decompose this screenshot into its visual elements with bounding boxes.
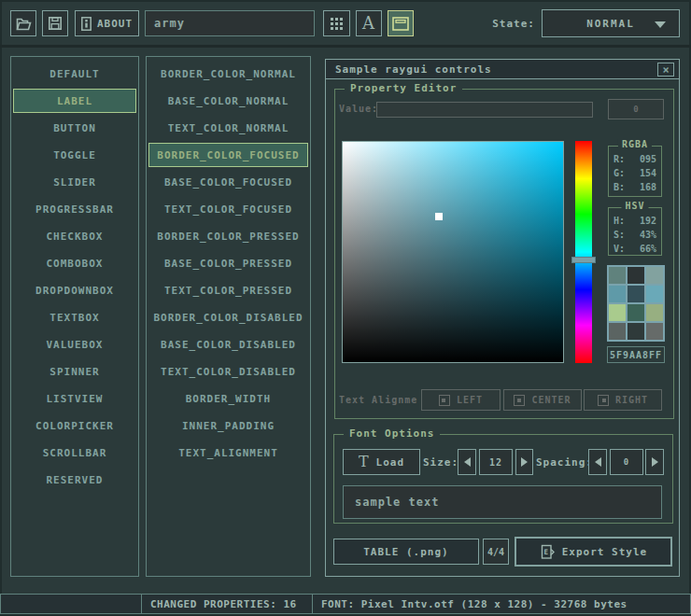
controls-list-item[interactable]: COMBOBOX [13,251,136,275]
controls-list-item[interactable]: PROGRESSBAR [13,197,136,221]
pages-value: 4/4 [487,547,504,557]
properties-list-item[interactable]: TEXT_COLOR_DISABLED [148,359,308,384]
style-color-swatch[interactable] [609,286,626,302]
controls-list-item[interactable]: VALUEBOX [13,332,136,357]
properties-list-item[interactable]: BORDER_COLOR_PRESSED [148,224,308,248]
controls-list-item[interactable]: BUTTON [13,116,136,140]
size-value-box[interactable]: 12 [479,449,513,475]
style-color-swatch[interactable] [628,323,644,340]
rgba-b-value: 168 [640,180,656,194]
controls-list-item[interactable]: TEXTBOX [13,305,136,329]
size-value: 12 [489,457,502,468]
style-color-swatch[interactable] [609,267,626,284]
properties-list-item[interactable]: TEXT_COLOR_NORMAL [148,116,308,140]
properties-list-item[interactable]: INNER_PADDING [148,413,308,438]
hex-value-box[interactable]: 5F9AA8FF [607,346,665,363]
state-dropdown[interactable]: NORMAL [542,9,680,37]
value-input[interactable] [376,102,593,118]
close-icon: × [662,63,669,77]
controls-list-item[interactable]: CHECKBOX [13,224,136,248]
properties-list-item[interactable]: BASE_COLOR_PRESSED [148,251,308,275]
controls-list-item[interactable]: DEFAULT [13,62,136,86]
rgba-b-row: B:168 [609,180,661,194]
align-right-label: RIGHT [615,395,648,405]
sample-text-input[interactable]: sample text [343,485,662,519]
controls-list-item[interactable]: TOGGLE [13,143,136,167]
value-spinner[interactable]: 0 [608,99,664,119]
size-increase-button[interactable] [515,449,533,475]
value-label: Value: [339,104,380,114]
style-color-swatch[interactable] [646,267,663,284]
spacing-increase-button[interactable] [645,449,664,475]
text-t-icon: T [359,455,370,469]
align-right-button[interactable]: RIGHT [584,389,662,411]
save-style-button[interactable] [42,10,68,36]
font-view-button[interactable]: A [356,10,382,36]
letter-a-icon: A [362,15,375,32]
hsv-group: HSV H:192 S:43% V:66% [608,207,662,256]
style-name-input[interactable]: army [145,10,315,36]
controls-list-item[interactable]: DROPDOWNBOX [13,278,136,302]
controls-list-item[interactable]: SPINNER [13,359,136,384]
window-titlebar[interactable]: Sample raygui controls [326,60,679,79]
load-font-button[interactable]: T Load [343,449,420,475]
align-right-icon [598,395,609,406]
align-center-button[interactable]: CENTER [503,389,582,411]
properties-list-item[interactable]: BASE_COLOR_DISABLED [148,332,308,357]
rgba-group-label: RGBA [618,139,652,149]
color-picker-panel[interactable] [342,141,564,363]
style-color-swatch[interactable] [646,286,663,302]
state-label: State: [462,17,535,32]
align-center-icon [514,395,525,406]
properties-list-item[interactable]: BORDER_COLOR_FOCUSED [148,143,308,167]
properties-list: BORDER_COLOR_NORMALBASE_COLOR_NORMALTEXT… [146,56,311,577]
export-format-label: TABLE (.png) [363,546,448,558]
controls-list-item[interactable]: SLIDER [13,170,136,194]
size-decrease-button[interactable] [458,449,476,475]
controls-list-item[interactable]: LISTVIEW [13,386,136,411]
properties-list-item[interactable]: BORDER_COLOR_DISABLED [148,305,308,329]
properties-list-item[interactable]: TEXT_COLOR_FOCUSED [148,197,308,221]
hue-bar[interactable] [575,141,592,363]
arrow-left-icon [464,457,471,467]
align-left-label: LEFT [457,395,483,405]
properties-list-item[interactable]: TEXT_ALIGNMENT [148,441,308,465]
style-color-swatch[interactable] [628,286,644,302]
style-color-swatch[interactable] [609,304,626,321]
style-color-swatch[interactable] [609,323,626,340]
export-style-button[interactable]: E Export Style [515,537,672,567]
close-button[interactable]: × [657,63,674,77]
style-color-swatch[interactable] [628,267,644,284]
align-left-button[interactable]: LEFT [421,389,501,411]
style-color-swatch[interactable] [646,304,663,321]
about-button[interactable]: ABOUT [75,10,139,36]
style-color-swatch[interactable] [628,304,644,321]
controls-list-item[interactable]: COLORPICKER [13,413,136,438]
properties-list-item[interactable]: BORDER_COLOR_NORMAL [148,62,308,86]
controls-view-button[interactable] [388,10,414,36]
arrow-right-icon [521,457,528,467]
style-color-swatch[interactable] [646,323,663,340]
svg-text:E: E [543,548,549,556]
controls-list-item[interactable]: LABEL [13,89,136,113]
controls-list-item[interactable]: SCROLLBAR [13,441,136,465]
properties-list-item[interactable]: BASE_COLOR_NORMAL [148,89,308,113]
text-alignment-label: Text Alignme [339,395,421,405]
sample-text-value: sample text [355,496,439,509]
hsv-s-row: S:43% [609,228,661,242]
style-color-palette [607,265,665,342]
controls-list-item[interactable]: RESERVED [13,468,136,492]
properties-list-item[interactable]: BASE_COLOR_FOCUSED [148,170,308,194]
properties-list-item[interactable]: BORDER_WIDTH [148,386,308,411]
export-format-button[interactable]: TABLE (.png) [333,539,479,565]
color-picker-cursor[interactable] [435,213,443,220]
open-style-button[interactable] [10,10,36,36]
hue-slider-handle[interactable] [571,257,596,263]
spacing-value-box[interactable]: 0 [610,449,643,475]
hex-value: 5F9AA8FF [610,350,662,360]
spacing-decrease-button[interactable] [588,449,607,475]
pages-indicator[interactable]: 4/4 [483,539,509,565]
align-center-label: CENTER [531,395,571,405]
grid-view-button[interactable] [323,10,350,36]
properties-list-item[interactable]: TEXT_COLOR_PRESSED [148,278,308,302]
